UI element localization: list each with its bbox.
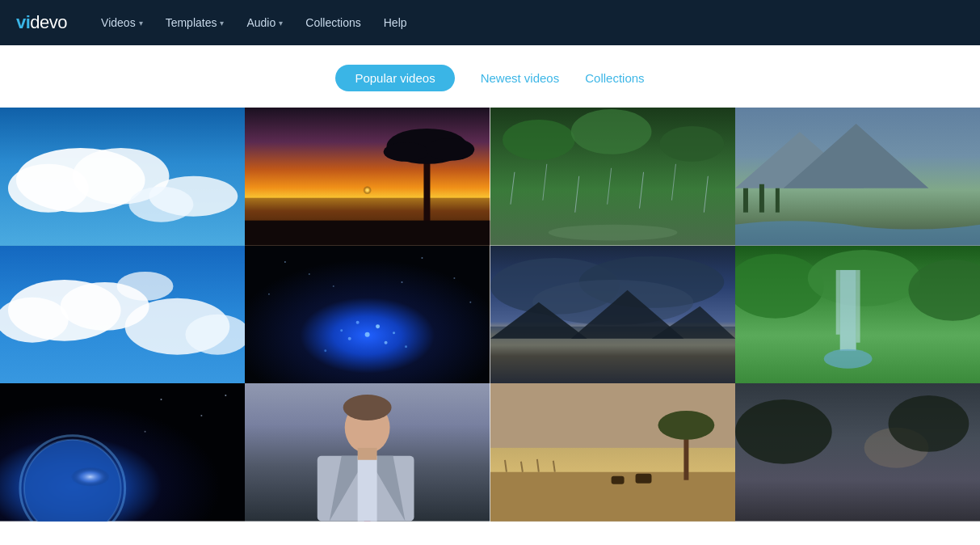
svg-rect-97 (611, 476, 624, 484)
video-thumb-11[interactable] (490, 383, 735, 522)
svg-rect-29 (743, 188, 748, 213)
svg-point-54 (470, 301, 472, 302)
svg-rect-70 (835, 270, 839, 335)
svg-point-11 (384, 142, 429, 162)
svg-point-51 (422, 257, 423, 259)
nav-templates[interactable]: Templates ▾ (158, 11, 233, 34)
svg-point-15 (502, 120, 574, 160)
svg-point-45 (340, 329, 343, 332)
svg-point-17 (659, 126, 724, 162)
svg-point-72 (823, 349, 872, 368)
svg-rect-90 (358, 448, 377, 460)
svg-point-105 (888, 395, 969, 452)
svg-point-43 (348, 336, 351, 340)
svg-point-67 (808, 250, 921, 306)
video-thumb-2[interactable] (245, 108, 490, 246)
video-thumb-1[interactable] (0, 108, 245, 246)
svg-point-25 (548, 225, 677, 241)
svg-point-41 (356, 320, 360, 323)
svg-rect-87 (358, 456, 377, 522)
chevron-down-icon: ▾ (139, 19, 143, 27)
svg-point-5 (129, 187, 194, 222)
video-thumb-4[interactable] (735, 108, 980, 246)
nav-help[interactable]: Help (376, 11, 415, 34)
svg-rect-39 (245, 246, 490, 384)
svg-point-42 (376, 324, 380, 328)
svg-rect-69 (839, 270, 856, 351)
video-thumb-3[interactable] (490, 108, 735, 246)
nav-videos[interactable]: Videos ▾ (93, 11, 151, 34)
svg-rect-9 (424, 156, 431, 225)
svg-point-78 (161, 399, 162, 400)
tab-collections[interactable]: Collections (585, 71, 644, 85)
svg-point-50 (309, 272, 310, 274)
svg-point-56 (402, 281, 403, 282)
svg-point-47 (325, 349, 327, 352)
svg-point-49 (284, 261, 286, 263)
svg-point-95 (658, 411, 714, 440)
svg-rect-31 (776, 188, 780, 213)
svg-point-55 (333, 285, 334, 286)
svg-point-46 (393, 332, 395, 334)
video-thumb-12[interactable] (735, 383, 980, 522)
tabs-bar: Popular videos Newest videos Collections (0, 45, 980, 108)
chevron-down-icon: ▾ (279, 19, 283, 27)
chevron-down-icon: ▾ (220, 19, 224, 27)
video-thumb-10[interactable] (245, 383, 490, 522)
video-thumb-6[interactable] (245, 246, 490, 384)
svg-rect-30 (759, 184, 764, 213)
tab-popular-videos[interactable]: Popular videos (335, 65, 454, 91)
svg-rect-96 (635, 474, 651, 484)
svg-point-40 (365, 332, 370, 336)
svg-point-48 (405, 345, 407, 348)
main-nav: videvo Videos ▾ Templates ▾ Audio ▾ Coll… (0, 0, 980, 45)
svg-point-104 (735, 399, 832, 464)
svg-point-38 (117, 271, 174, 300)
svg-point-52 (454, 277, 456, 278)
svg-point-77 (65, 456, 129, 488)
svg-point-80 (225, 395, 226, 396)
svg-point-89 (343, 395, 392, 420)
video-thumb-5[interactable] (0, 246, 245, 384)
svg-point-16 (570, 109, 651, 154)
svg-rect-13 (245, 221, 490, 246)
svg-point-44 (385, 340, 388, 344)
video-thumb-9[interactable] (0, 383, 245, 522)
video-grid (0, 108, 980, 522)
svg-point-79 (200, 415, 202, 416)
svg-point-81 (145, 431, 146, 433)
nav-audio[interactable]: Audio ▾ (238, 11, 291, 34)
svg-point-53 (268, 293, 270, 294)
nav-collections[interactable]: Collections (297, 11, 368, 34)
svg-point-12 (427, 138, 475, 161)
tab-newest-videos[interactable]: Newest videos (481, 71, 560, 85)
video-thumb-8[interactable] (735, 246, 980, 384)
svg-rect-71 (856, 270, 860, 343)
logo[interactable]: videvo (16, 12, 67, 33)
video-thumb-7[interactable] (490, 246, 735, 384)
